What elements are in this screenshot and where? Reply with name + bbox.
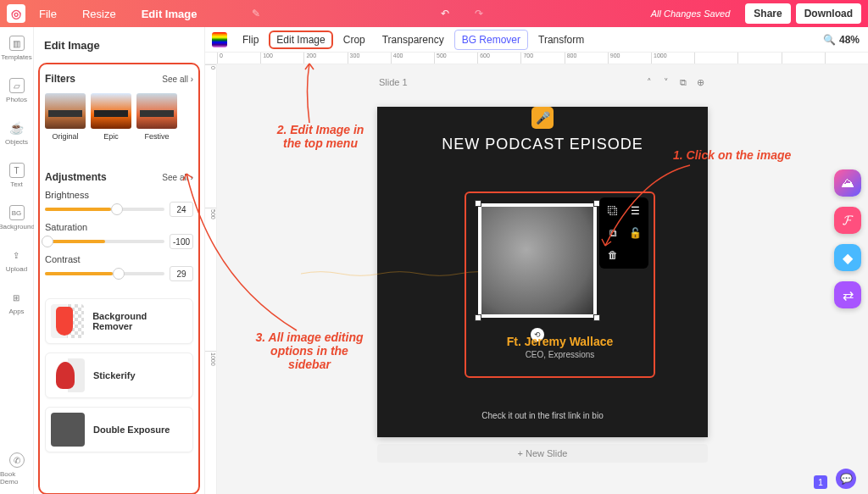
saturation-row: Saturation -100	[45, 222, 193, 251]
context-toolbar: Flip Edit Image Crop Transparency BG Rem…	[205, 27, 868, 53]
topbar: ◎ File Resize Edit Image ✎ ↶ ↷ All Chang…	[0, 0, 868, 27]
tb-crop[interactable]: Crop	[337, 31, 372, 49]
tb-transform[interactable]: Transform	[531, 31, 591, 49]
slide-label: Slide 1	[379, 77, 408, 87]
canvas-area: Flip Edit Image Crop Transparency BG Rem…	[205, 27, 868, 494]
brightness-row: Brightness 24	[45, 190, 193, 219]
redo-icon[interactable]: ↷	[470, 5, 487, 22]
slide-header: Slide 1 ˄ ˅ ⧉ ⊕	[377, 73, 708, 92]
download-button[interactable]: Download	[796, 3, 861, 24]
resize-handle[interactable]	[475, 200, 481, 207]
slide-footer: Check it out in the first link in bio	[377, 411, 708, 420]
new-slide-button[interactable]: + New Slide	[377, 444, 708, 463]
selected-image[interactable]	[478, 203, 597, 318]
undo-icon[interactable]: ↶	[437, 5, 453, 22]
guest-role: CEO, Expressions	[466, 350, 654, 359]
templates-icon: ▥	[9, 36, 25, 51]
guest-name: Ft. Jeremy Wallace	[466, 335, 654, 348]
bg-remover-thumb	[51, 304, 84, 338]
slide-canvas[interactable]: 🎤 NEW PODCAST EPISODE ⟲ ⿻ ☰ ⧉	[377, 107, 708, 437]
slide-title: NEW PODCAST EPISODE	[377, 136, 708, 153]
apps-icon: ⊞	[8, 290, 24, 305]
trash-icon[interactable]: 🗑	[604, 247, 621, 264]
menu-file[interactable]: File	[39, 8, 57, 20]
zoom-display[interactable]: 🔍48%	[823, 34, 860, 46]
rail-background[interactable]: BGBackground	[0, 197, 35, 239]
tool-double-exposure[interactable]: Double Exposure	[45, 407, 193, 452]
rail-apps[interactable]: ⊞Apps	[8, 281, 24, 324]
tb-bg-remover[interactable]: BG Remover	[454, 30, 528, 50]
color-swatch[interactable]	[212, 32, 227, 47]
rail-objects[interactable]: ☕Objects	[5, 112, 28, 154]
photos-icon: ▱	[9, 78, 25, 93]
panel-highlight: FiltersSee all › Original Epic Festive A…	[38, 63, 200, 494]
tb-transparency[interactable]: Transparency	[376, 31, 451, 49]
upload-icon: ⇪	[8, 247, 24, 263]
chat-icon[interactable]: 💬	[836, 469, 856, 489]
contrast-value: 29	[170, 266, 193, 281]
contrast-row: Contrast 29	[45, 254, 193, 283]
tool-bg-remover[interactable]: Background Remover	[45, 298, 193, 344]
ruler-y: 05001000	[205, 64, 217, 494]
chevron-down-icon[interactable]: ˅	[660, 76, 672, 88]
rail-text[interactable]: TText	[9, 154, 25, 197]
left-rail: ▥Templates ▱Photos ☕Objects TText BGBack…	[0, 27, 34, 494]
share-button[interactable]: Share	[745, 3, 790, 24]
lock-icon[interactable]: 🔓	[626, 225, 643, 241]
tb-edit-image[interactable]: Edit Image	[269, 31, 332, 49]
right-float-tools: ⛰ 𝓕 ◆ ⇄	[834, 169, 861, 308]
tool-stickerify[interactable]: Stickerify	[45, 352, 193, 398]
image-selection[interactable]: ⟲ ⿻ ☰ ⧉ 🔓 🗑 Ft. Jeremy Wallace CEO, Expr…	[465, 191, 655, 378]
float-tool-3[interactable]: ◆	[834, 244, 861, 271]
phone-icon: ✆	[9, 452, 25, 468]
brightness-value: 24	[170, 202, 193, 217]
floating-toolbar: ⿻ ☰ ⧉ 🔓 🗑	[599, 197, 648, 269]
rail-book-demo[interactable]: ✆Book Demo	[0, 444, 33, 494]
float-tool-2[interactable]: 𝓕	[834, 207, 861, 234]
edit-image-panel: Edit Image FiltersSee all › Original Epi…	[34, 27, 205, 494]
chevron-up-icon[interactable]: ˄	[643, 76, 655, 88]
mic-icon: 🎤	[531, 107, 554, 129]
ruler-x: 01002003004005006007008009001000	[205, 53, 868, 64]
float-tool-4[interactable]: ⇄	[834, 281, 861, 308]
filters-title: Filters	[45, 73, 75, 85]
saturation-slider[interactable]	[45, 240, 164, 243]
filter-original[interactable]: Original	[45, 93, 86, 141]
filter-festive[interactable]: Festive	[136, 93, 177, 141]
rail-upload[interactable]: ⇪Upload	[6, 239, 27, 281]
text-icon: T	[9, 163, 25, 178]
menu-edit-image[interactable]: Edit Image	[142, 8, 198, 20]
add-slide-icon[interactable]: ⊕	[694, 76, 706, 88]
page-badge[interactable]: 1	[814, 475, 827, 489]
duplicate-icon[interactable]: ⧉	[677, 76, 689, 88]
layers-icon[interactable]: ☰	[626, 203, 643, 219]
float-tool-1[interactable]: ⛰	[834, 169, 861, 197]
menu-resize[interactable]: Resize	[82, 8, 116, 20]
background-icon: BG	[9, 205, 25, 220]
contrast-slider[interactable]	[45, 272, 164, 275]
double-exposure-thumb	[51, 413, 85, 447]
brightness-slider[interactable]	[45, 208, 164, 211]
rail-photos[interactable]: ▱Photos	[6, 69, 27, 112]
magnifier-icon: 🔍	[823, 34, 836, 46]
resize-handle[interactable]	[593, 314, 600, 321]
group-icon[interactable]: ⿻	[604, 203, 621, 219]
rail-templates[interactable]: ▥Templates	[1, 27, 31, 69]
filter-thumb	[45, 93, 86, 129]
wand-icon[interactable]: ✎	[248, 5, 264, 22]
tb-flip[interactable]: Flip	[236, 31, 265, 49]
panel-title: Edit Image	[34, 27, 204, 60]
filter-epic[interactable]: Epic	[91, 93, 131, 141]
copy-icon[interactable]: ⧉	[604, 225, 621, 241]
adjust-title: Adjustments	[45, 171, 107, 183]
filter-thumb	[91, 93, 131, 129]
filter-thumb	[136, 93, 177, 129]
autosave-status: All Changes Saved	[651, 8, 731, 19]
filters-seeall[interactable]: See all ›	[162, 75, 193, 84]
app-logo[interactable]: ◎	[7, 4, 25, 23]
saturation-value: -100	[170, 234, 193, 249]
stickerify-thumb	[51, 358, 85, 392]
objects-icon: ☕	[9, 120, 25, 136]
resize-handle[interactable]	[475, 314, 481, 321]
adjust-seeall[interactable]: See all ›	[162, 173, 193, 182]
